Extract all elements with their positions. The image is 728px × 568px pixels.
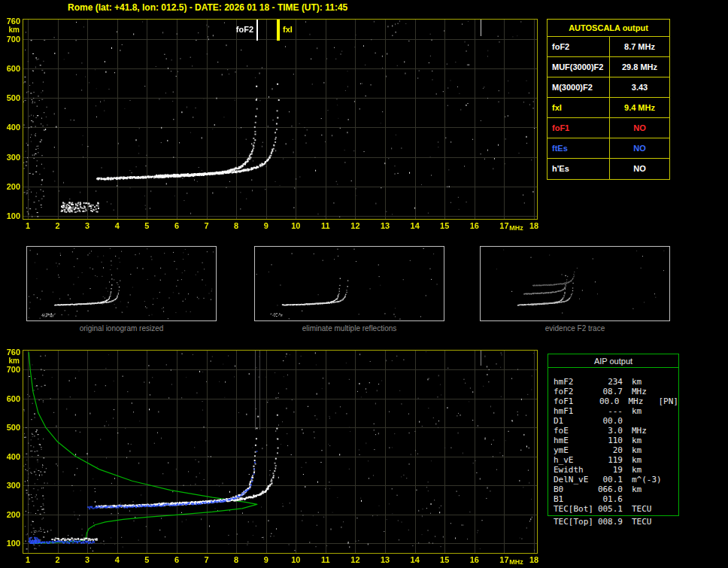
aip-param-value: 00.0 <box>593 396 619 406</box>
aip-param-unit: km <box>632 465 657 475</box>
aip-param-unit: km <box>632 445 657 455</box>
aip-param-name: hmF2 <box>554 377 596 387</box>
aip-param-value: 234 <box>596 377 623 387</box>
aip-tec-top-row: TEC[Top]008.9TECU <box>548 517 679 527</box>
aip-param-name: ymE <box>554 445 596 455</box>
aip-table-rows: hmF2234kmfoF208.7MHzfoF100.0MHz[PN]hmF1-… <box>548 368 678 514</box>
aip-param-name: foF2 <box>554 387 596 396</box>
autoscala-row-fxI: fxI9.4 MHz <box>548 98 669 118</box>
aip-param-name: hmE <box>554 436 596 445</box>
aip-row-TEC[Top]: TEC[Top]008.9TECU <box>554 517 679 527</box>
aip-row-h_vE: h_vE119km <box>554 455 678 465</box>
aip-param-note: [PN] <box>659 396 679 406</box>
thumbnail-original-ionogram-canvas <box>27 247 216 320</box>
aip-param-value: 00.1 <box>596 475 623 484</box>
autoscala-row-ftEs: ftEsNO <box>548 138 669 159</box>
aip-param-name: hmF1 <box>554 406 596 416</box>
aip-param-value: 00.0 <box>596 416 623 426</box>
autoscala-param-value: NO <box>610 159 669 179</box>
autoscala-row-h'Es: h'EsNO <box>548 159 669 179</box>
autoscala-param-label: fxI <box>548 98 610 117</box>
autoscala-table-title: AUTOSCALA output <box>548 20 669 37</box>
aip-param-unit: km <box>632 377 657 387</box>
aip-param-unit: km <box>632 455 657 465</box>
autoscala-param-label: MUF(3000)F2 <box>548 57 610 77</box>
aip-param-value: 110 <box>596 436 623 445</box>
aip-table-title: AIP output <box>548 354 678 368</box>
autoscala-window: Rome (lat: +41.8, lon: 012.5) - DATE: 20… <box>0 0 728 568</box>
aip-row-hmE: hmE110km <box>554 436 678 445</box>
aip-param-name: DelN_vE <box>554 475 596 484</box>
aip-row-foF2: foF208.7MHz <box>554 387 678 396</box>
aip-param-unit <box>632 416 657 426</box>
autoscala-param-value: NO <box>610 138 669 158</box>
aip-row-Ewidth: Ewidth19km <box>554 465 678 475</box>
aip-param-name: D1 <box>554 416 596 426</box>
aip-param-value: 066.0 <box>596 484 623 494</box>
aip-row-foE: foE3.0MHz <box>554 426 678 436</box>
aip-param-name: TEC[Top] <box>554 517 596 527</box>
aip-param-value: 005.1 <box>596 504 623 514</box>
autoscala-param-label: foF2 <box>548 37 610 56</box>
aip-param-unit: TECU <box>632 504 657 514</box>
autoscala-param-label: foF1 <box>548 118 610 138</box>
aip-row-D1: D100.0 <box>554 416 678 426</box>
autoscala-table-rows: foF28.7 MHzMUF(3000)F229.8 MHzM(3000)F23… <box>548 37 669 179</box>
aip-param-unit: km <box>632 406 657 416</box>
aip-param-value: 3.0 <box>596 426 623 436</box>
autoscala-param-value: NO <box>610 118 669 138</box>
aip-param-name: TEC[Bot] <box>554 504 596 514</box>
aip-row-hmF1: hmF1---km <box>554 406 678 416</box>
profile-ionogram-chart <box>0 345 544 568</box>
thumbnail-eliminate-reflections <box>254 246 444 321</box>
thumbnail-evidence-f2 <box>480 246 670 321</box>
aip-row-TEC[Bot]: TEC[Bot]005.1TECU <box>554 504 678 514</box>
thumbnail-original-ionogram <box>26 246 217 321</box>
aip-param-name: B0 <box>554 484 596 494</box>
aip-param-name: Ewidth <box>554 465 596 475</box>
thumbnail-caption-evidence: evidence F2 trace <box>480 324 670 333</box>
aip-param-value: 20 <box>596 445 623 455</box>
thumbnail-evidence-f2-canvas <box>481 247 669 320</box>
autoscala-param-value: 8.7 MHz <box>610 37 669 56</box>
autoscala-row-MUF(3000)F2: MUF(3000)F229.8 MHz <box>548 57 669 77</box>
autoscala-param-value: 29.8 MHz <box>610 57 669 77</box>
autoscala-param-value: 9.4 MHz <box>610 98 669 117</box>
autoscala-param-label: M(3000)F2 <box>548 77 610 97</box>
aip-param-unit: TECU <box>632 517 657 527</box>
scaled-ionogram-chart <box>0 14 544 236</box>
aip-param-name: B1 <box>554 494 596 504</box>
autoscala-param-value: 3.43 <box>610 77 669 97</box>
autoscala-param-label: ftEs <box>548 138 610 158</box>
aip-param-name: foF1 <box>554 396 593 406</box>
aip-param-unit <box>632 494 657 504</box>
autoscala-param-label: h'Es <box>548 159 610 179</box>
aip-param-value: 08.7 <box>596 387 623 396</box>
aip-row-hmF2: hmF2234km <box>554 377 678 387</box>
autoscala-row-M(3000)F2: M(3000)F23.43 <box>548 77 669 98</box>
aip-param-unit: km <box>632 436 657 445</box>
aip-param-unit: MHz <box>632 426 657 436</box>
aip-param-unit: MHz <box>632 387 657 396</box>
thumbnail-caption-eliminate: eliminate multiple reflections <box>254 324 444 333</box>
aip-row-ymE: ymE20km <box>554 445 678 455</box>
aip-row-B0: B0066.0km <box>554 484 678 494</box>
thumbnail-eliminate-reflections-canvas <box>255 247 444 320</box>
aip-param-value: 119 <box>596 455 623 465</box>
aip-param-value: 01.6 <box>596 494 623 504</box>
aip-row-foF1: foF100.0MHz[PN] <box>554 396 678 406</box>
aip-param-value: 19 <box>596 465 623 475</box>
aip-row-B1: B101.6 <box>554 494 678 504</box>
aip-param-unit: km <box>632 484 657 494</box>
aip-param-unit: m^(-3) <box>632 475 662 484</box>
autoscala-row-foF2: foF28.7 MHz <box>548 37 669 57</box>
aip-param-value: 008.9 <box>596 517 623 527</box>
aip-param-unit: MHz <box>629 396 654 406</box>
autoscala-row-foF1: foF1NO <box>548 118 669 138</box>
aip-param-value: --- <box>596 406 623 416</box>
aip-row-DelN_vE: DelN_vE00.1m^(-3) <box>554 475 678 484</box>
aip-output-table: AIP output hmF2234kmfoF208.7MHzfoF100.0M… <box>548 354 679 516</box>
thumbnail-caption-original: original ionogram resized <box>26 324 217 333</box>
autoscala-output-table: AUTOSCALA output foF28.7 MHzMUF(3000)F22… <box>547 19 670 180</box>
station-date-header: Rome (lat: +41.8, lon: 012.5) - DATE: 20… <box>68 2 347 13</box>
